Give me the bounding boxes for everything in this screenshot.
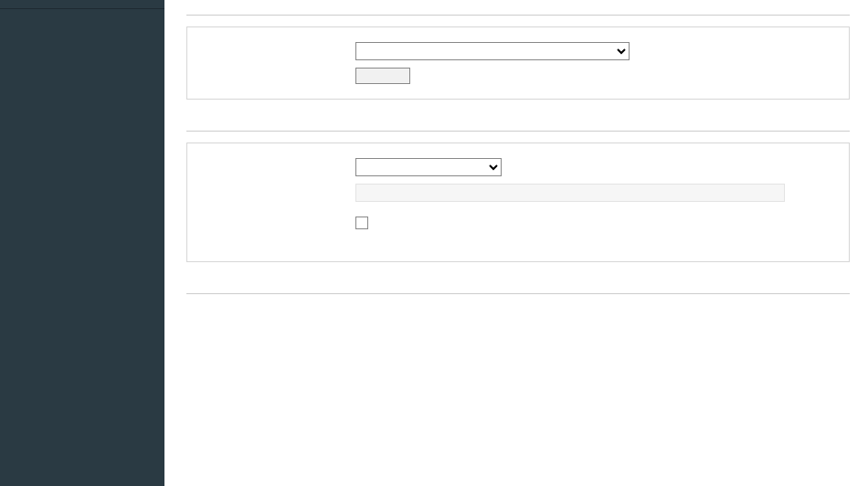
ip-address-label — [200, 38, 355, 64]
main-content — [164, 0, 868, 486]
url-label — [200, 180, 355, 206]
panel-ddns1 — [186, 143, 850, 262]
url-input[interactable] — [355, 184, 785, 202]
page-title-ddns2 — [186, 279, 850, 294]
auto-refresh-input[interactable] — [355, 68, 410, 84]
force-update-label — [200, 213, 355, 236]
sidebar-divider — [0, 0, 164, 9]
last-result-value — [355, 243, 836, 250]
ip-address-select[interactable] — [355, 42, 630, 60]
force-update-checkbox[interactable] — [355, 217, 368, 229]
panel-ddns-global — [186, 26, 850, 100]
page-title-ddns — [186, 0, 850, 16]
sidebar — [0, 0, 164, 486]
page-title-ddns1 — [186, 116, 850, 132]
service-select[interactable] — [355, 158, 502, 176]
url-hint — [355, 206, 836, 213]
service-label — [200, 154, 355, 180]
last-ip-value — [355, 236, 836, 243]
last-result-label — [200, 243, 355, 250]
auto-refresh-label — [200, 64, 355, 88]
last-ip-label — [200, 236, 355, 243]
